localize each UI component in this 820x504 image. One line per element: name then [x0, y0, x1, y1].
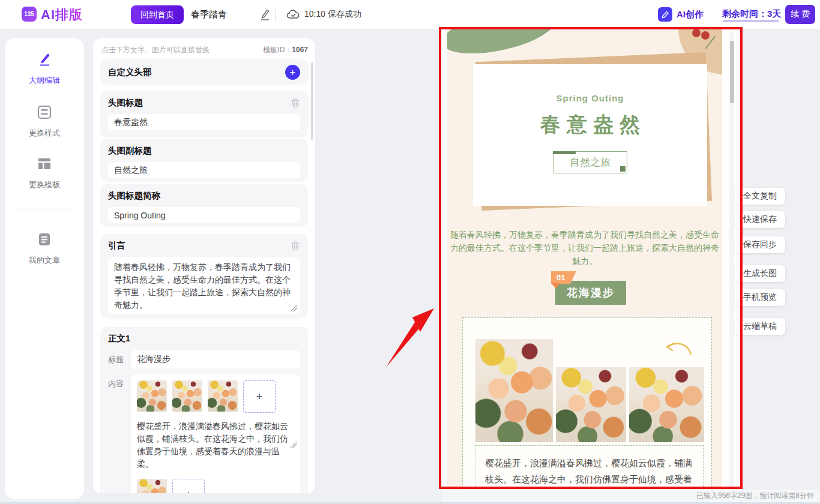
ai-create-label: AI创作: [677, 9, 704, 20]
intro-textarea[interactable]: 随着春风轻拂，万物复苏，春季踏青成为了我们寻找自然之美，感受生命力的最佳方式。在…: [108, 257, 300, 314]
berry-decoration: [692, 29, 701, 37]
body1-label: 正文1: [108, 334, 130, 343]
resize-handle[interactable]: [291, 305, 297, 311]
change-style-icon: [37, 104, 52, 122]
yellow-arrow-doodle: [661, 340, 698, 366]
template-id: 模板ID：1067: [263, 45, 308, 55]
action-quick-save[interactable]: 快速保存: [735, 211, 785, 228]
add-image-button[interactable]: +: [172, 479, 205, 493]
app-title: AI排版: [41, 6, 83, 24]
delete-trash-icon[interactable]: [291, 98, 300, 108]
outline-edit-pencil-icon: [37, 52, 52, 70]
content-image-thumb[interactable]: [208, 380, 238, 412]
preview-image-gallery: 樱花盛开，浪漫满溢春风拂过，樱花如云似霞，铺满枝头。在这花海之中，我们仿佛置身于…: [462, 317, 712, 490]
sidebar-divider: [16, 209, 73, 209]
app-root: 135 AI排版 回到首页 春季踏青 10:10 保存成功 AI创作 剩余时间：…: [0, 0, 820, 504]
time-remaining-underline: [723, 20, 779, 22]
action-generate-long-image[interactable]: 生成长图: [735, 265, 785, 282]
action-save-sync[interactable]: 保存同步: [735, 236, 785, 253]
preview-flower-image[interactable]: [556, 367, 626, 442]
preview-header-card[interactable]: Spring Outing 春意盎然 自然之旅: [473, 64, 707, 206]
intro-section: 引言 随着春风轻拂，万物复苏，春季踏青成为了我们寻找自然之美，感受生命力的最佳方…: [100, 234, 308, 319]
app-header: 135 AI排版 回到首页 春季踏青 10:10 保存成功 AI创作 剩余时间：…: [0, 0, 820, 29]
sidebar-item-my-articles[interactable]: 我的文章: [5, 232, 84, 266]
custom-header-section: 自定义头部 +: [100, 59, 308, 85]
my-articles-doc-icon: [37, 232, 52, 250]
sidebar-item-outline-edit[interactable]: 大纲编辑: [5, 52, 84, 86]
plus-icon: +: [185, 488, 191, 493]
head-title-section: 头图标题: [100, 91, 308, 137]
preview-main-title[interactable]: 春意盎然: [473, 111, 707, 139]
renew-button[interactable]: 续 费: [785, 5, 815, 24]
sidebar-label: 更换样式: [29, 128, 60, 139]
resize-handle[interactable]: [290, 441, 297, 448]
change-template-icon: [37, 156, 52, 174]
save-status: 10:10 保存成功: [304, 9, 361, 20]
document-title[interactable]: 春季踏青: [191, 9, 227, 20]
word-count-status: 已输入956字29图，预计阅读需8分钟: [442, 490, 820, 502]
add-header-button[interactable]: +: [285, 65, 300, 80]
ai-create-button[interactable]: AI创作: [658, 7, 704, 22]
time-remaining: 剩余时间：3天: [722, 8, 781, 20]
green-ellipse-decoration: [447, 29, 559, 62]
ai-pencil-icon: [658, 7, 672, 22]
delete-trash-icon[interactable]: [291, 241, 300, 251]
sidebar-item-change-style[interactable]: 更换样式: [5, 104, 84, 139]
preview-intro-paragraph[interactable]: 随着春风轻拂，万物复苏，春季踏青成为了我们寻找自然之美，感受生命力的最佳方式。在…: [448, 228, 721, 268]
sidebar-label: 更换模板: [29, 179, 60, 190]
body1-content-box: + 樱花盛开，浪漫满溢春风拂过，樱花如云似霞，铺满枝头。在这花海之中，我们仿佛置…: [131, 374, 300, 493]
body1-title-label: 标题: [108, 350, 131, 368]
body1-title-input[interactable]: [131, 350, 300, 368]
body1-content-label: 内容: [108, 374, 131, 493]
article-preview-panel: Spring Outing 春意盎然 自然之旅 随着春风轻拂，万物复苏，春季踏青…: [442, 29, 743, 490]
content-image-thumb[interactable]: [172, 380, 202, 412]
head-short-title-label: 头图标题简称: [108, 191, 160, 200]
content-image-thumb[interactable]: [137, 380, 167, 412]
content-image-thumb[interactable]: [137, 479, 167, 493]
logo-135-icon: 135: [22, 7, 37, 22]
preview-flower-image[interactable]: [629, 367, 704, 442]
sidebar-label: 我的文章: [29, 255, 60, 266]
custom-header-label: 自定义头部: [108, 67, 152, 78]
preview-short-title[interactable]: Spring Outing: [473, 93, 707, 103]
body1-section: 正文1 标题 内容 + 樱花盛开，浪漫满溢春风拂过，樱花如云似霞，铺满枝头。在这…: [100, 327, 308, 493]
head-subtitle-input[interactable]: [108, 162, 300, 178]
sidebar-item-change-template[interactable]: 更换模板: [5, 156, 84, 190]
editor-hint: 点击下方文字、图片可以直接替换: [101, 45, 210, 55]
rename-pencil-icon[interactable]: [258, 8, 271, 22]
berry-decoration: [701, 31, 710, 40]
outline-editor-panel: 点击下方文字、图片可以直接替换 模板ID：1067 自定义头部 + 头图标题 头…: [93, 38, 315, 493]
preview-subtitle-box[interactable]: 自然之旅: [553, 151, 627, 173]
sidebar-label: 大纲编辑: [29, 75, 60, 86]
cloud-save-icon: [286, 9, 301, 20]
head-subtitle-label: 头图副标题: [108, 146, 152, 155]
editor-scrollbar[interactable]: [311, 62, 313, 140]
article-page: Spring Outing 春意盎然 自然之旅 随着春风轻拂，万物复苏，春季踏青…: [447, 29, 722, 490]
header-divider: [276, 7, 276, 22]
action-copy-all[interactable]: 全文复制: [735, 188, 785, 205]
annotation-arrow: [381, 305, 438, 370]
preview-flower-image[interactable]: [475, 339, 553, 442]
preview-body-text[interactable]: 樱花盛开，浪漫满溢春风拂过，樱花如云似霞，铺满枝头。在这花海之中，我们仿佛置身于…: [475, 445, 704, 490]
intro-label: 引言: [108, 240, 125, 251]
head-short-title-section: 头图标题简称: [100, 184, 308, 227]
back-home-button[interactable]: 回到首页: [131, 5, 184, 24]
body1-content-text[interactable]: 樱花盛开，浪漫满溢春风拂过，樱花如云似霞，铺满枝头。在这花海之中，我们仿佛置身于…: [137, 420, 294, 470]
head-title-label: 头图标题: [108, 97, 143, 109]
plus-icon: +: [256, 390, 262, 403]
action-cloud-draft[interactable]: 云端草稿: [735, 318, 785, 335]
action-phone-preview[interactable]: 手机预览: [735, 289, 785, 306]
preview-scrollbar-thumb[interactable]: [730, 41, 734, 103]
head-subtitle-section: 头图副标题: [100, 139, 308, 182]
head-title-input[interactable]: [108, 114, 300, 130]
preview-section-title[interactable]: 花海漫步: [555, 281, 626, 305]
head-short-title-input[interactable]: [108, 207, 300, 223]
left-sidebar: 大纲编辑 更换样式 更换模板 我的文章: [5, 38, 84, 499]
add-image-button[interactable]: +: [243, 380, 276, 413]
